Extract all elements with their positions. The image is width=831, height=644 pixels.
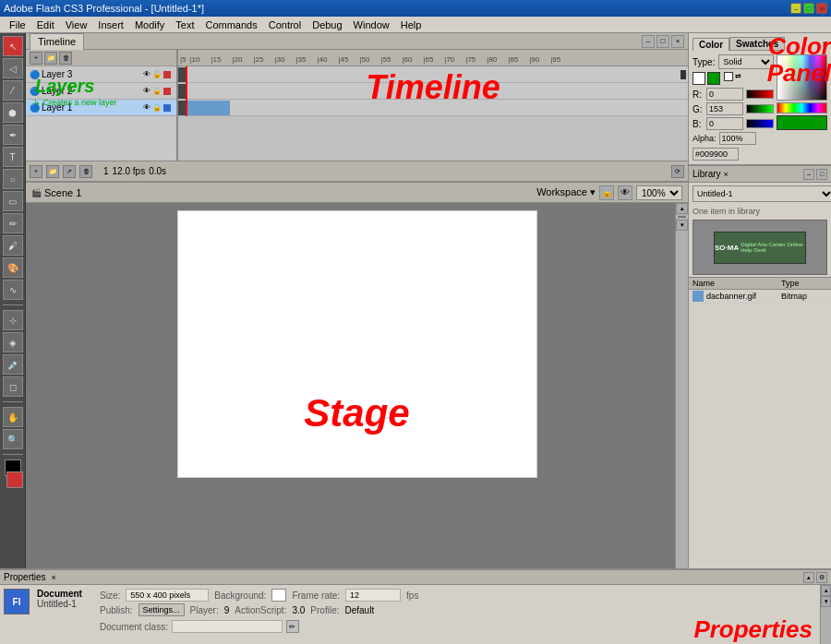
tool-gradient[interactable]: ◈ — [3, 332, 23, 352]
frame-fill-1[interactable] — [186, 101, 230, 115]
stroke-swatch[interactable] — [692, 72, 705, 85]
stage-icon-2[interactable]: 👁 — [618, 185, 632, 200]
tool-eyedrop[interactable]: 💉 — [3, 354, 23, 375]
toolbar-divider-1 — [3, 304, 23, 305]
framerate-input[interactable] — [345, 589, 401, 602]
settings-button[interactable]: Settings... — [138, 603, 185, 616]
tool-erase[interactable]: ◻ — [3, 376, 23, 397]
new-layer-button[interactable]: + — [30, 52, 42, 65]
maximize-button[interactable]: □ — [803, 3, 814, 14]
menu-control[interactable]: Control — [263, 17, 307, 33]
b-input[interactable] — [706, 117, 743, 130]
color-preview-swatch — [777, 115, 827, 130]
props-close[interactable]: × — [52, 573, 56, 582]
scroll-track-v[interactable] — [676, 216, 688, 218]
r-input[interactable] — [706, 88, 743, 101]
props-scroll-down[interactable]: ▾ — [821, 596, 831, 607]
tool-hand[interactable]: ✋ — [3, 407, 23, 427]
menu-help[interactable]: Help — [395, 17, 428, 33]
g-slider[interactable] — [746, 104, 774, 113]
swap-colors[interactable]: ⇄ — [735, 72, 741, 85]
bg-color-swatch[interactable] — [271, 589, 286, 602]
library-dropdown[interactable]: Untitled-1 — [692, 185, 831, 202]
frame-track-3[interactable] — [186, 67, 680, 82]
tool-lasso[interactable]: ⬢ — [3, 102, 23, 123]
timeline-tab[interactable]: Timeline — [30, 33, 84, 50]
reset-colors[interactable] — [724, 72, 733, 81]
fill-color[interactable] — [6, 471, 23, 488]
library-tab[interactable]: Library — [692, 169, 721, 179]
color-tab[interactable]: Color — [692, 38, 729, 51]
tool-paint[interactable]: 🎨 — [3, 257, 23, 278]
scene-name: Scene 1 — [44, 187, 81, 198]
stage-canvas[interactable] — [177, 210, 537, 478]
library-item-0[interactable]: dacbanner.gif Bitmap — [689, 290, 831, 304]
tool-pencil[interactable]: ✏ — [3, 213, 23, 233]
timeline-collapse-button[interactable]: – — [642, 35, 655, 48]
props-expand[interactable]: ▴ — [803, 572, 814, 583]
frame-track-2[interactable] — [186, 84, 688, 99]
timeline-row-1 — [178, 100, 688, 116]
fill-swatch[interactable] — [707, 72, 720, 85]
lib-expand[interactable]: □ — [816, 169, 827, 180]
tf-motion-guide[interactable]: ↗ — [63, 165, 76, 178]
alpha-input[interactable] — [719, 132, 756, 145]
menu-view[interactable]: View — [60, 17, 93, 33]
player-value: 9 — [224, 605, 230, 615]
new-folder-button[interactable]: 📁 — [44, 52, 57, 65]
menu-commands[interactable]: Commands — [199, 17, 262, 33]
timeline-expand-button[interactable]: □ — [656, 35, 669, 48]
props-scrollbar[interactable]: ▴ ▾ — [820, 585, 831, 644]
tool-brush[interactable]: 🖌 — [3, 235, 23, 256]
menu-modify[interactable]: Modify — [129, 17, 170, 33]
g-input[interactable] — [706, 102, 743, 115]
menu-file[interactable]: File — [4, 17, 31, 33]
scroll-down[interactable]: ▾ — [676, 220, 688, 231]
toolbar-divider-2 — [3, 401, 23, 402]
close-button[interactable]: × — [816, 3, 827, 14]
color-type-select[interactable]: Solid Linear Radial — [718, 54, 774, 69]
tf-loop[interactable]: ⟳ — [671, 165, 684, 178]
size-input[interactable] — [126, 589, 209, 602]
docclass-input[interactable] — [172, 620, 283, 633]
scroll-thumb-v[interactable] — [678, 216, 686, 218]
tool-ink[interactable]: ∿ — [3, 280, 23, 300]
menu-insert[interactable]: Insert — [92, 17, 129, 33]
r-slider[interactable] — [746, 89, 774, 99]
library-close[interactable]: × — [724, 170, 729, 179]
delete-layer-button[interactable]: 🗑 — [59, 52, 72, 65]
workspace-label[interactable]: Workspace ▾ — [536, 186, 596, 198]
tf-delete[interactable]: 🗑 — [79, 165, 92, 178]
menu-window[interactable]: Window — [348, 17, 395, 33]
tool-freexform[interactable]: ⊹ — [3, 310, 23, 330]
minimize-button[interactable]: – — [790, 3, 801, 14]
docclass-browse[interactable]: ✏ — [286, 620, 299, 633]
tf-new-layer[interactable]: + — [30, 165, 42, 178]
hex-input[interactable] — [692, 148, 739, 161]
hue-slider[interactable] — [777, 102, 827, 113]
tool-rect[interactable]: ▭ — [3, 191, 23, 211]
b-slider[interactable] — [746, 119, 774, 128]
preview-brand: SO·MA — [715, 244, 739, 252]
tool-text[interactable]: T — [3, 147, 23, 167]
stage-icon-1[interactable]: 🔒 — [599, 185, 614, 200]
tool-subselect[interactable]: ◁ — [3, 58, 23, 78]
tool-line[interactable]: ∕ — [3, 80, 23, 101]
props-scroll[interactable]: ⚙ — [816, 572, 827, 583]
layer-2-color — [163, 88, 171, 95]
zoom-select[interactable]: 100% 50% 200% — [636, 185, 682, 200]
tool-zoom[interactable]: 🔍 — [3, 429, 23, 449]
menu-text[interactable]: Text — [170, 17, 199, 33]
menu-debug[interactable]: Debug — [307, 17, 347, 33]
timeline-close-button[interactable]: × — [671, 35, 684, 48]
tool-pen[interactable]: ✒ — [3, 125, 23, 145]
menu-edit[interactable]: Edit — [31, 17, 60, 33]
tool-arrow[interactable]: ↖ — [3, 36, 23, 56]
tf-new-folder[interactable]: 📁 — [46, 165, 59, 178]
frame-track-1[interactable] — [230, 101, 688, 115]
tool-oval[interactable]: ○ — [3, 169, 23, 189]
scroll-up[interactable]: ▴ — [676, 203, 688, 214]
props-scroll-up[interactable]: ▴ — [821, 585, 831, 596]
title-text: Adobe Flash CS3 Professional - [Untitled… — [4, 3, 204, 14]
lib-min[interactable]: – — [803, 169, 814, 180]
